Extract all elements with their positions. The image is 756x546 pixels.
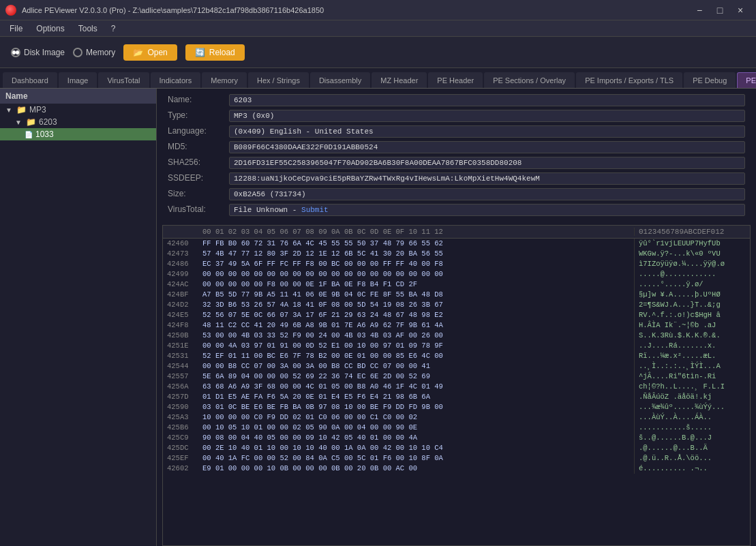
hex-row[interactable]: 42460 FF FB B0 60 72 31 76 6A 4C 45 55 5… xyxy=(163,239,750,249)
tree-label-1033: 1033 xyxy=(35,130,54,139)
tab-pe-debug[interactable]: PE Debug xyxy=(684,72,736,88)
tab-dashboard[interactable]: Dashboard xyxy=(3,72,57,88)
hex-scroll-area[interactable]: 42460 FF FB B0 60 72 31 76 6A 4C 45 55 5… xyxy=(163,239,750,545)
expand-icon-2: ▼ xyxy=(15,119,23,126)
hex-addr-cell: 424AC xyxy=(163,279,202,290)
main-content: Name ▼ 📁 MP3 ▼ 📁 6203 📄 1033 Name: 6203 … xyxy=(0,89,756,546)
hex-row[interactable]: 4251E 00 00 4A 03 97 01 91 00 0D 52 E1 0… xyxy=(163,341,750,351)
app-icon xyxy=(5,5,16,16)
hex-row[interactable]: 42486 EC 37 49 5A 6F FF FC FF F8 00 BC 0… xyxy=(163,259,750,269)
hex-row[interactable]: 42499 00 00 00 00 00 00 00 00 00 00 00 0… xyxy=(163,269,750,279)
hex-bytes-cell: 57 4B 47 77 12 80 3F 2D 12 1E 12 6B 5C 4… xyxy=(202,249,634,259)
hex-row[interactable]: 4257D 01 D1 E5 AE FA F6 5A 20 0E 01 E4 E… xyxy=(163,392,750,402)
hex-row[interactable]: 425C9 90 08 00 04 40 05 00 00 09 10 42 0… xyxy=(163,433,750,443)
hex-ascii-cell: RV.^.f.:.o!)c$HgH â xyxy=(634,310,750,320)
tree-label-6203: 6203 xyxy=(39,117,57,127)
hex-row[interactable]: 425B6 00 10 05 10 01 00 00 02 05 90 0A 0… xyxy=(163,423,750,433)
hex-addr-cell: 4250B xyxy=(163,331,202,341)
tab-indicators[interactable]: Indicators xyxy=(151,72,201,88)
tab-pe-header[interactable]: PE Header xyxy=(428,72,483,88)
tab-disassembly[interactable]: Disassembly xyxy=(310,72,370,88)
hex-ascii-cell: Rï...¼æ.x².....æL. xyxy=(634,351,750,361)
hex-row[interactable]: 42590 03 01 0C BE E6 BE FB BA 0B 97 08 1… xyxy=(163,402,750,412)
hex-row[interactable]: 424F8 48 11 C2 CC 41 20 49 6B A8 9B 01 7… xyxy=(163,320,750,331)
hex-addr-cell: 424D2 xyxy=(163,300,202,310)
hex-addr-cell: 425C9 xyxy=(163,433,202,443)
tab-image[interactable]: Image xyxy=(59,72,97,88)
hex-bytes-cell: 52 EF 01 11 00 BC E6 7F 78 B2 00 0E 01 0… xyxy=(202,351,634,361)
open-icon: 📂 xyxy=(133,48,143,57)
memory-option[interactable]: Memory xyxy=(73,48,115,57)
prop-ssdeep-label: SSDEEP: xyxy=(168,173,229,183)
minimize-button[interactable]: − xyxy=(689,0,710,20)
vt-submit-link[interactable]: Submit xyxy=(301,206,329,214)
hex-view: 00 01 02 03 04 05 06 07 08 09 0A 0B 0C 0… xyxy=(162,225,751,546)
hex-row[interactable]: 425EF 00 40 1A FC 00 00 52 00 84 0A C5 0… xyxy=(163,453,750,464)
hex-row[interactable]: 42557 5E 6A 89 04 00 00 00 52 69 22 36 7… xyxy=(163,371,750,382)
hex-bytes-cell: FF FB B0 60 72 31 76 6A 4C 45 55 55 50 3… xyxy=(202,239,634,249)
hex-row[interactable]: 424D2 32 3D B6 53 26 57 4A 18 41 0F 08 0… xyxy=(163,300,750,310)
sidebar: Name ▼ 📁 MP3 ▼ 📁 6203 📄 1033 xyxy=(0,89,157,546)
disk-image-option[interactable]: Disk Image xyxy=(11,48,65,57)
open-label: Open xyxy=(147,48,167,57)
tab-pe-resources[interactable]: PE Resources xyxy=(737,72,756,88)
hex-row[interactable]: 42531 52 EF 01 11 00 BC E6 7F 78 B2 00 0… xyxy=(163,351,750,361)
hex-bytes-cell: 01 D1 E5 AE FA F6 5A 20 0E 01 E4 E5 F6 E… xyxy=(202,392,634,402)
tab-virustotal[interactable]: VirusTotal xyxy=(98,72,149,88)
hex-addr-cell: 42544 xyxy=(163,361,202,371)
disk-image-radio[interactable] xyxy=(11,48,20,57)
hex-row[interactable]: 424BF A7 B5 5D 77 9B A5 11 41 06 0E 9B 0… xyxy=(163,290,750,300)
hex-addr-cell: 425A3 xyxy=(163,412,202,423)
app-title: Adlice PEViewer V2.0.3.0 (Pro) - Z:\adli… xyxy=(22,6,689,14)
tree-item-6203[interactable]: ▼ 📁 6203 xyxy=(0,116,156,128)
open-button[interactable]: 📂 Open xyxy=(123,44,177,61)
disk-image-label: Disk Image xyxy=(24,48,65,57)
hex-row[interactable]: 42602 E9 01 00 00 00 10 0B 00 00 00 0B 0… xyxy=(163,464,750,474)
hex-ascii-cell: §µ]w ¥.A.....þ.UºHØ xyxy=(634,290,750,300)
tab-pe-sections[interactable]: PE Sections / Overlay xyxy=(484,72,575,88)
tree-item-1033[interactable]: 📄 1033 xyxy=(0,128,156,140)
maximize-button[interactable]: □ xyxy=(710,0,730,20)
menu-options[interactable]: Options xyxy=(29,22,71,35)
hex-addr-cell: 425B6 xyxy=(163,423,202,433)
prop-language-label: Language: xyxy=(168,126,229,136)
hex-ascii-cell: WKGw.ÿ?-...k\«0 ºVU xyxy=(634,249,750,259)
tab-pe-imports[interactable]: PE Imports / Exports / TLS xyxy=(576,72,682,88)
hex-bytes-header: 00 01 02 03 04 05 06 07 08 09 0A 0B 0C 0… xyxy=(202,228,634,236)
prop-type-label: Type: xyxy=(168,110,229,120)
reload-button[interactable]: 🔄 Reload xyxy=(185,44,245,61)
hex-row[interactable]: 425DC 00 2E 10 40 01 10 00 10 10 40 00 1… xyxy=(163,443,750,453)
hex-row[interactable]: 4256A 63 68 A6 A9 3F 68 00 00 4C 01 05 0… xyxy=(163,382,750,392)
hex-bytes-cell: 63 68 A6 A9 3F 68 00 00 4C 01 05 00 B8 A… xyxy=(202,382,634,392)
hex-addr-cell: 4257D xyxy=(163,392,202,402)
hex-row[interactable]: 425A3 10 00 00 00 C0 F9 DD 02 01 C0 06 0… xyxy=(163,412,750,423)
close-button[interactable]: × xyxy=(730,0,751,20)
hex-bytes-cell: 5E 6A 89 04 00 00 00 52 69 22 36 74 EC 6… xyxy=(202,371,634,382)
tree-item-mp3[interactable]: ▼ 📁 MP3 xyxy=(0,104,156,116)
hex-row[interactable]: 42473 57 4B 47 77 12 80 3F 2D 12 1E 12 6… xyxy=(163,249,750,259)
hex-addr-cell: 42460 xyxy=(163,239,202,249)
hex-ascii-cell: ...ÀùÝ..À....ÁÀ.. xyxy=(634,412,750,423)
vt-separator: - xyxy=(292,206,301,214)
prop-size-label: Size: xyxy=(168,189,229,198)
menu-file[interactable]: File xyxy=(3,22,29,35)
tab-hex[interactable]: Hex / Strings xyxy=(248,72,309,88)
hex-row[interactable]: 424E5 52 56 07 5E 0C 66 07 3A 17 6F 21 2… xyxy=(163,310,750,320)
hex-bytes-cell: 00 00 B8 CC 07 00 3A 00 3A 00 B8 CC BD C… xyxy=(202,361,634,371)
menu-help[interactable]: ? xyxy=(104,22,123,35)
hex-bytes-cell: A7 B5 5D 77 9B A5 11 41 06 0E 9B 04 0C F… xyxy=(202,290,634,300)
hex-addr-cell: 4256A xyxy=(163,382,202,392)
tab-mz-header[interactable]: MZ Header xyxy=(372,72,427,88)
hex-row[interactable]: 42544 00 00 B8 CC 07 00 3A 00 3A 00 B8 C… xyxy=(163,361,750,371)
hex-addr-cell: 425DC xyxy=(163,443,202,453)
folder-icon-2: 📁 xyxy=(26,117,36,127)
menu-tools[interactable]: Tools xyxy=(72,22,104,35)
hex-row[interactable]: 4250B 53 00 00 4B 03 33 52 F9 00 24 00 4… xyxy=(163,331,750,341)
hex-ascii-cell: .@.ü..R..Å.\öö... xyxy=(634,453,750,464)
hex-ascii-header: 0123456789ABCDEF012 xyxy=(634,228,750,236)
tab-memory[interactable]: Memory xyxy=(202,72,247,88)
hex-row[interactable]: 424AC 00 00 00 00 00 F8 00 00 0E 1F BA 0… xyxy=(163,279,750,290)
prop-name-value: 6203 xyxy=(229,94,745,106)
hex-ascii-cell: S..K.3Rù.$.K.K.®.&. xyxy=(634,331,750,341)
memory-radio[interactable] xyxy=(73,48,82,57)
